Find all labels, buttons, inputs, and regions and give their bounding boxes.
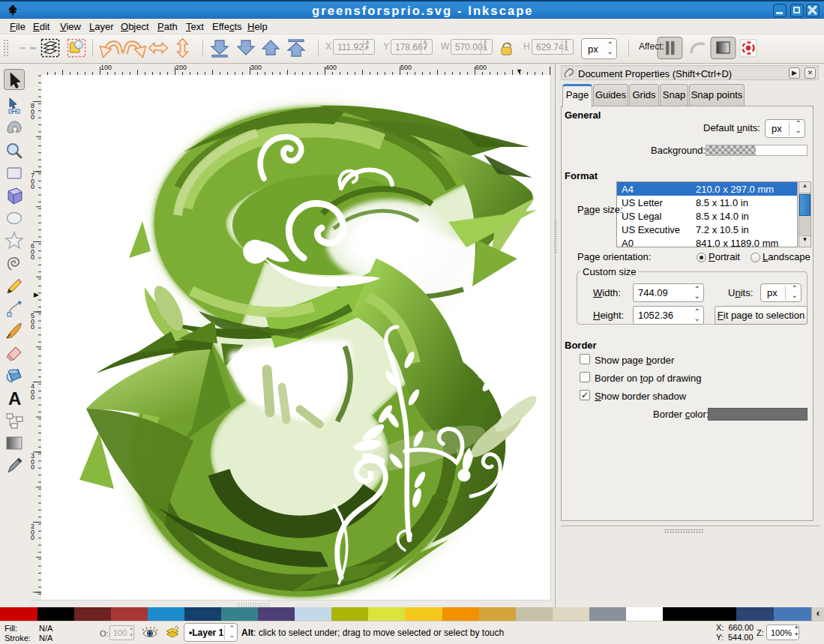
- svg-text:A: A: [8, 388, 21, 409]
